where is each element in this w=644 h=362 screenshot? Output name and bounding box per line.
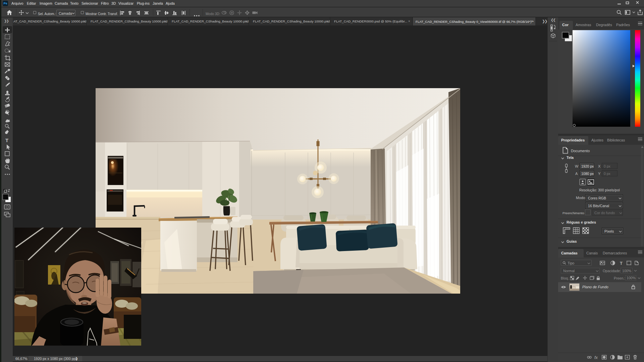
svg-text:T: T [5,137,8,143]
svg-text:❯❯: ❯❯ [4,19,8,23]
svg-text:fx: fx [594,355,598,360]
svg-text:T: T [620,261,623,265]
